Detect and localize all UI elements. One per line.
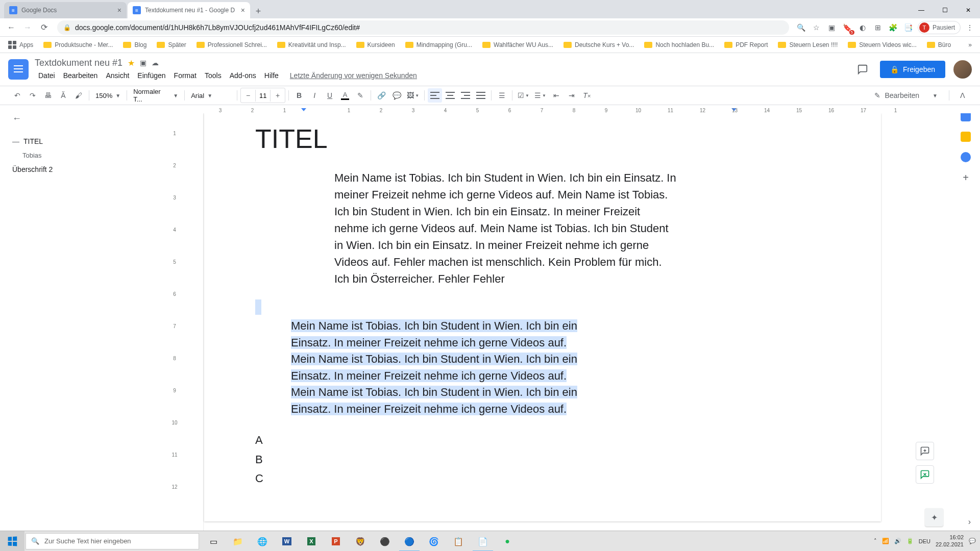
edge-icon[interactable]: 🌐 [250, 531, 275, 551]
bookmark-item[interactable]: Kreativität und Insp... [273, 39, 350, 51]
share-button[interactable]: 🔒 Freigeben [880, 61, 945, 78]
extension-icon[interactable]: 🔖5 [841, 21, 853, 34]
bookmark-item[interactable]: Blog [119, 39, 151, 51]
cloud-status-icon[interactable]: ☁ [152, 59, 159, 67]
reading-list-icon[interactable]: 📑 [902, 21, 915, 34]
taskbar-search[interactable]: 🔍 Zur Suche Text hier eingeben [26, 533, 199, 549]
bookmark-item[interactable]: PDF Report [720, 39, 772, 51]
indent-increase-button[interactable]: ⇥ [565, 88, 579, 103]
font-size-input[interactable]: 11 [255, 90, 271, 102]
italic-button[interactable]: I [307, 88, 322, 103]
volume-icon[interactable]: 🔊 [894, 538, 901, 544]
star-icon[interactable]: ☆ [811, 21, 823, 34]
keep-addon-icon[interactable] [961, 132, 971, 142]
bookmark-item[interactable]: Produktsuche - Mer... [39, 39, 117, 51]
print-button[interactable]: 🖶 [41, 88, 55, 103]
menu-ansicht[interactable]: Ansicht [102, 69, 133, 82]
notepad-icon[interactable]: 📄 [471, 531, 495, 551]
apps-icon[interactable]: ⊞ [872, 21, 884, 34]
profile-button[interactable]: T Pausiert [918, 21, 961, 34]
heading-title[interactable]: TITEL [255, 123, 830, 154]
bold-button[interactable]: B [292, 88, 306, 103]
tasks-addon-icon[interactable] [961, 152, 971, 162]
bookmark-item[interactable]: Steuern Lesen !!!! [774, 39, 842, 51]
menu-einfuegen[interactable]: Einfügen [134, 69, 169, 82]
bookmark-item[interactable]: Steuern Videos wic... [844, 39, 921, 51]
extensions-icon[interactable]: 🧩 [887, 21, 899, 34]
hide-menus-button[interactable]: ᐱ [955, 88, 970, 103]
editing-mode-button[interactable]: ✎ Bearbeiten ▼ [869, 89, 943, 102]
paragraph-1[interactable]: Mein Name ist Tobias. Ich bin Student in… [334, 169, 676, 287]
back-button[interactable]: ← [4, 20, 18, 35]
outline-item[interactable]: Überschrift 2 [12, 162, 156, 177]
zoom-icon[interactable]: 🔍 [795, 21, 807, 34]
apps-button[interactable]: Apps [4, 39, 37, 51]
redo-button[interactable]: ↷ [26, 88, 40, 103]
add-comment-button[interactable] [916, 442, 934, 460]
menu-icon[interactable]: ⋮ [964, 21, 976, 34]
undo-button[interactable]: ↶ [10, 88, 24, 103]
star-icon[interactable]: ★ [128, 58, 135, 68]
language-indicator[interactable]: DEU [919, 538, 930, 544]
checklist-button[interactable]: ☑▼ [516, 88, 531, 103]
extension-icon[interactable]: ◐ [856, 21, 869, 34]
align-right-button[interactable] [458, 88, 473, 103]
line-spacing-button[interactable]: ☰ [495, 88, 509, 103]
document-title[interactable]: Textdokument neu #1 [35, 58, 122, 68]
tray-chevron-icon[interactable]: ˄ [874, 538, 877, 544]
font-size-increase[interactable]: + [271, 88, 285, 103]
comments-history-button[interactable] [853, 60, 872, 79]
align-center-button[interactable] [443, 88, 457, 103]
bookmark-item[interactable]: Noch hochladen Bu... [640, 39, 718, 51]
obs-icon[interactable]: ⚫ [373, 531, 397, 551]
add-addon-button[interactable]: + [961, 172, 971, 183]
paragraph-2-selected[interactable]: Mein Name ist Tobias. Ich bin Student in… [291, 318, 579, 417]
paint-format-button[interactable]: 🖌 [71, 88, 86, 103]
qr-icon[interactable]: ▣ [826, 21, 838, 34]
bookmark-item[interactable]: Mindmapping (Gru... [401, 39, 476, 51]
explorer-icon[interactable]: 📁 [226, 531, 250, 551]
left-indent-marker[interactable] [301, 108, 306, 111]
side-panel-toggle[interactable]: › [968, 517, 971, 527]
clock[interactable]: 16:02 22.02.2021 [936, 534, 964, 547]
powerpoint-icon[interactable]: P [324, 531, 348, 551]
last-edit-link[interactable]: Letzte Änderung vor wenigen Sekunden [286, 69, 421, 82]
wifi-icon[interactable]: 📶 [882, 538, 889, 544]
menu-format[interactable]: Format [170, 69, 200, 82]
spotify-icon[interactable]: ● [495, 531, 520, 551]
menu-hilfe[interactable]: Hilfe [261, 69, 282, 82]
font-select[interactable]: Arial▼ [188, 92, 234, 99]
bookmark-item[interactable]: Kursideen [352, 39, 399, 51]
reload-button[interactable]: ⟳ [37, 20, 51, 35]
menu-tools[interactable]: Tools [201, 69, 225, 82]
document-scroll-area[interactable]: 3 2 1 1 2 3 4 5 6 7 8 9 10 11 12 13 14 1… [168, 105, 980, 531]
account-avatar[interactable] [953, 60, 972, 79]
maximize-button[interactable]: ☐ [933, 2, 957, 18]
battery-icon[interactable]: 🔋 [906, 538, 914, 544]
browser-tab[interactable]: ≡ Google Docs × [4, 2, 127, 18]
app-icon[interactable]: 📋 [446, 531, 471, 551]
suggest-edits-button[interactable] [916, 465, 934, 484]
bookmark-item[interactable]: Deutsche Kurs + Vo... [559, 39, 638, 51]
outline-item[interactable]: Tobias [12, 148, 156, 162]
insert-comment-button[interactable]: 💬 [389, 88, 404, 103]
start-button[interactable] [0, 531, 24, 552]
bulleted-list-button[interactable]: ☰▼ [532, 88, 548, 103]
outline-item[interactable]: —TITEL [12, 134, 156, 148]
move-icon[interactable]: ▣ [140, 59, 146, 67]
clear-formatting-button[interactable]: T× [580, 88, 594, 103]
docs-logo[interactable] [8, 59, 29, 80]
underline-button[interactable]: U [323, 88, 337, 103]
new-tab-button[interactable]: + [251, 4, 265, 18]
spellcheck-button[interactable]: Ă [56, 88, 70, 103]
align-left-button[interactable] [428, 88, 442, 103]
brave-icon[interactable]: 🦁 [348, 531, 373, 551]
zoom-select[interactable]: 150%▼ [92, 92, 124, 99]
explore-button[interactable]: ✦ [925, 508, 943, 527]
font-size-decrease[interactable]: − [241, 88, 255, 103]
bookmark-item[interactable]: Später [153, 39, 190, 51]
indent-decrease-button[interactable]: ⇤ [549, 88, 564, 103]
menu-addons[interactable]: Add-ons [226, 69, 260, 82]
outline-back-button[interactable]: ← [12, 113, 156, 124]
browser-tab-active[interactable]: ≡ Textdokument neu #1 - Google D × [128, 2, 250, 18]
